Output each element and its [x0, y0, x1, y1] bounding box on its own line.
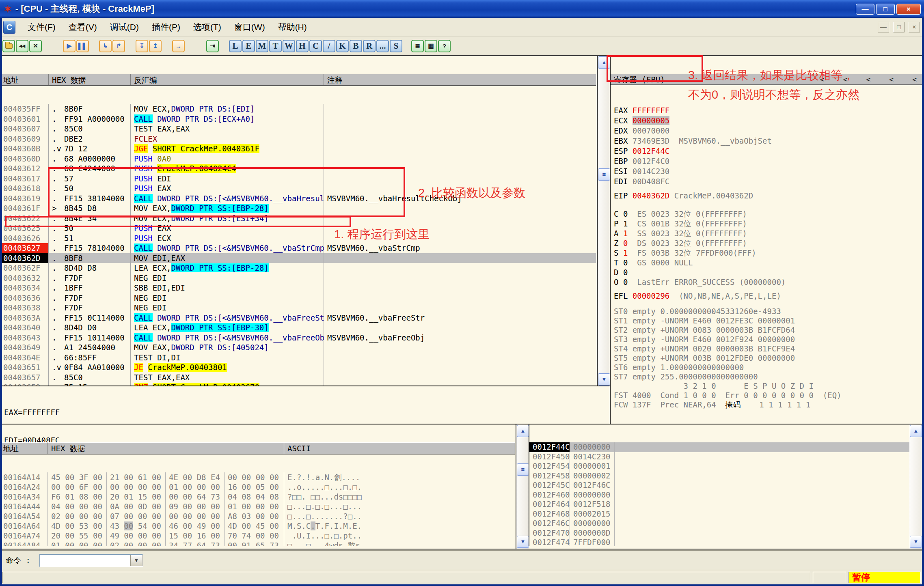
- patches-window-button[interactable]: /: [323, 40, 335, 52]
- disasm-row[interactable]: 0040360D.68 A0000000PUSH 0A0: [0, 154, 596, 164]
- chevron-down-icon[interactable]: ▼: [130, 555, 142, 566]
- disasm-row[interactable]: 004035FF.8B0FMOV ECX,DWORD PTR DS:[EDI]: [0, 104, 596, 114]
- stack-row[interactable]: 0012F4747FFDF000: [529, 538, 924, 546]
- dump-row[interactable]: 00164A2400 00 6F 0000 00 00 0001 00 00 0…: [0, 482, 515, 492]
- restart-button[interactable]: ◂◂: [16, 40, 28, 52]
- fpu-register-row[interactable]: ST7 empty 255.00000000000000000: [614, 372, 924, 381]
- scroll-down-icon[interactable]: ▼: [517, 536, 529, 548]
- mdi-restore-button[interactable]: □: [893, 22, 905, 32]
- scroll-thumb[interactable]: ≡: [517, 463, 529, 476]
- col-header-comment[interactable]: 注释: [324, 74, 596, 85]
- stack-scrollbar[interactable]: ▲ ▼: [909, 424, 922, 549]
- disasm-row[interactable]: 00403617.57PUSH EDI: [0, 174, 596, 184]
- disasm-row[interactable]: 0040364E.66:85FFTEST DI,DI: [0, 353, 596, 363]
- disasm-row[interactable]: 00403625.50PUSH EAX: [0, 223, 596, 233]
- fpu-register-row[interactable]: ST0 empty 0.000000000045331260e-4933: [614, 307, 924, 316]
- stack-row[interactable]: 0012F46000000000: [529, 490, 924, 500]
- flag-row[interactable]: S 1 FS 003B 32位 7FFDF000(FFF): [614, 248, 924, 258]
- scroll-up-icon[interactable]: ▲: [517, 425, 529, 437]
- disasm-row[interactable]: 00403643.FF15 10114000CALL DWORD PTR DS:…: [0, 333, 596, 343]
- fpu-register-row[interactable]: ST1 empty -UNORM E460 0012FE3C 00000001: [614, 316, 924, 325]
- disasm-row[interactable]: 00403632.F7DFNEG EDI: [0, 273, 596, 283]
- disasm-row[interactable]: 00403612.68 C4244000PUSH CrackMeP.004024…: [0, 164, 596, 174]
- register-row[interactable]: EBX 73469E3D MSVBVM60.__vbaObjSet: [614, 136, 924, 146]
- disasm-row[interactable]: 00403601.FF91 A0000000CALL DWORD PTR DS:…: [0, 114, 596, 124]
- dump-row[interactable]: 00164A5402 00 00 0007 00 00 0000 00 00 0…: [0, 511, 515, 521]
- disasm-row[interactable]: 00403640.8D4D D0LEA ECX,DWORD PTR SS:[EB…: [0, 323, 596, 333]
- eflags-row[interactable]: EFL 00000296 (NO,NB,NE,A,S,PE,L,LE): [614, 291, 924, 301]
- run-to-return-button[interactable]: →: [172, 40, 185, 52]
- menu-item[interactable]: 选项(T): [187, 20, 228, 34]
- disasm-scrollbar[interactable]: ▲ ≡ ▼: [597, 56, 610, 386]
- flag-row[interactable]: P 1 CS 001B 32位 0(FFFFFFFF): [614, 219, 924, 228]
- register-row[interactable]: EBP 0012F4C0: [614, 156, 924, 166]
- minimize-button[interactable]: —: [856, 4, 874, 15]
- stack-row[interactable]: 0012F46800002015: [529, 509, 924, 519]
- flag-row[interactable]: C 0 ES 0023 32位 0(FFFFFFFF): [614, 209, 924, 219]
- handles-window-button[interactable]: H: [296, 40, 309, 52]
- disasm-row[interactable]: 0040362F.8D4D D8LEA ECX,DWORD PTR SS:[EB…: [0, 263, 596, 273]
- memory-window-button[interactable]: M: [256, 40, 268, 52]
- fpu-register-row[interactable]: ST2 empty +UNORM 0083 0000003B B1FCFD64: [614, 325, 924, 335]
- disasm-row[interactable]: 00403618.50PUSH EAX: [0, 183, 596, 194]
- pause-button[interactable]: ▌▌: [76, 40, 89, 52]
- breakpoints-window-button[interactable]: B: [350, 40, 362, 52]
- stack-row[interactable]: 0012F4640012F518: [529, 500, 924, 509]
- disasm-row[interactable]: 00403626.51PUSH ECX: [0, 233, 596, 243]
- call-stack-window-button[interactable]: K: [336, 40, 349, 52]
- menu-item[interactable]: 插件(P): [145, 20, 187, 34]
- menu-item[interactable]: 帮助(H): [272, 20, 313, 34]
- disasm-row[interactable]: 0040363A.FF15 0C114000CALL DWORD PTR DS:…: [0, 313, 596, 323]
- stack-row[interactable]: 0012F46C00000000: [529, 519, 924, 528]
- dump-row[interactable]: 00164A34F6 01 08 0020 01 15 0000 00 64 7…: [0, 492, 515, 502]
- stack-row[interactable]: 0012F45400000001: [529, 461, 924, 471]
- dump-scrollbar[interactable]: ▲ ≡ ▼: [516, 424, 529, 549]
- command-input[interactable]: ▼: [39, 554, 143, 567]
- register-row[interactable]: ECX 00000005: [614, 116, 924, 126]
- mdi-close-button[interactable]: ×: [909, 22, 920, 32]
- menu-item[interactable]: 窗口(W): [228, 20, 272, 34]
- references-window-button[interactable]: R: [363, 40, 376, 52]
- stack-row[interactable]: 0012F44C00000000: [529, 442, 924, 452]
- stack-row[interactable]: 0012F4500014C230: [529, 452, 924, 462]
- fpu-register-row[interactable]: ST3 empty -UNORM E460 0012F924 00000000: [614, 335, 924, 344]
- close-program-button[interactable]: ✕: [29, 40, 42, 52]
- flag-row[interactable]: Z 0 DS 0023 32位 0(FFFFFFFF): [614, 238, 924, 248]
- dump-row[interactable]: 00164A7420 00 55 0049 00 00 0015 00 16 0…: [0, 531, 515, 541]
- scroll-down-icon[interactable]: ▼: [910, 536, 922, 548]
- stack-row[interactable]: 0012F45C0012F46C: [529, 480, 924, 490]
- disasm-row[interactable]: 00403607.85C0TEST EAX,EAX: [0, 124, 596, 134]
- scroll-thumb[interactable]: ≡: [598, 168, 610, 181]
- col-header-hexdata[interactable]: HEX 数据: [49, 74, 131, 85]
- mdi-minimize-button[interactable]: —: [878, 22, 889, 32]
- log-window-button[interactable]: L: [229, 40, 242, 52]
- close-button[interactable]: ×: [896, 4, 921, 15]
- run-trace-window-button[interactable]: ...: [376, 40, 389, 52]
- dump-col-ascii[interactable]: ASCII: [284, 442, 515, 454]
- maximize-button[interactable]: □: [876, 4, 895, 15]
- disasm-row[interactable]: 00403657.85C0TEST EAX,EAX: [0, 373, 596, 383]
- menu-item[interactable]: 文件(F): [21, 20, 62, 34]
- menu-item[interactable]: 调试(D): [104, 20, 145, 34]
- register-row[interactable]: EDX 00070000: [614, 126, 924, 136]
- cpu-window-icon[interactable]: C: [3, 21, 15, 34]
- disasm-row[interactable]: 0040360B.v7D 12JGE SHORT CrackMeP.004036…: [0, 144, 596, 154]
- cpu-window-button[interactable]: C: [309, 40, 322, 52]
- disasm-row[interactable]: 00403619.FF15 38104000CALL DWORD PTR DS:…: [0, 194, 596, 204]
- scroll-down-icon[interactable]: ▼: [598, 373, 610, 386]
- open-file-button[interactable]: [2, 40, 15, 52]
- disasm-row[interactable]: 00403622.8B4E 34MOV ECX,DWORD PTR DS:[ES…: [0, 213, 596, 224]
- dump-col-hexdata[interactable]: HEX 数据: [48, 442, 284, 454]
- options-button[interactable]: ≣: [411, 40, 424, 52]
- windows-window-button[interactable]: W: [283, 40, 295, 52]
- fpu-register-row[interactable]: ST5 empty +UNORM 003B 0012FDE0 00000000: [614, 353, 924, 363]
- appearance-button[interactable]: ▦: [425, 40, 437, 52]
- menu-item[interactable]: 查看(V): [62, 20, 104, 34]
- registers-header[interactable]: 寄存器 (FPU) <<<<<: [611, 74, 924, 85]
- col-header-disassembly[interactable]: 反汇编: [131, 74, 324, 85]
- register-row-eip[interactable]: EIP 0040362D CrackMeP.0040362D: [614, 191, 924, 201]
- register-row[interactable]: EAX FFFFFFFF: [614, 106, 924, 116]
- flag-row[interactable]: D 0: [614, 267, 924, 277]
- register-history-chevrons[interactable]: <<<<<: [820, 74, 917, 84]
- dump-row[interactable]: 00164A644D 00 53 0043 00 54 0046 00 49 0…: [0, 521, 515, 531]
